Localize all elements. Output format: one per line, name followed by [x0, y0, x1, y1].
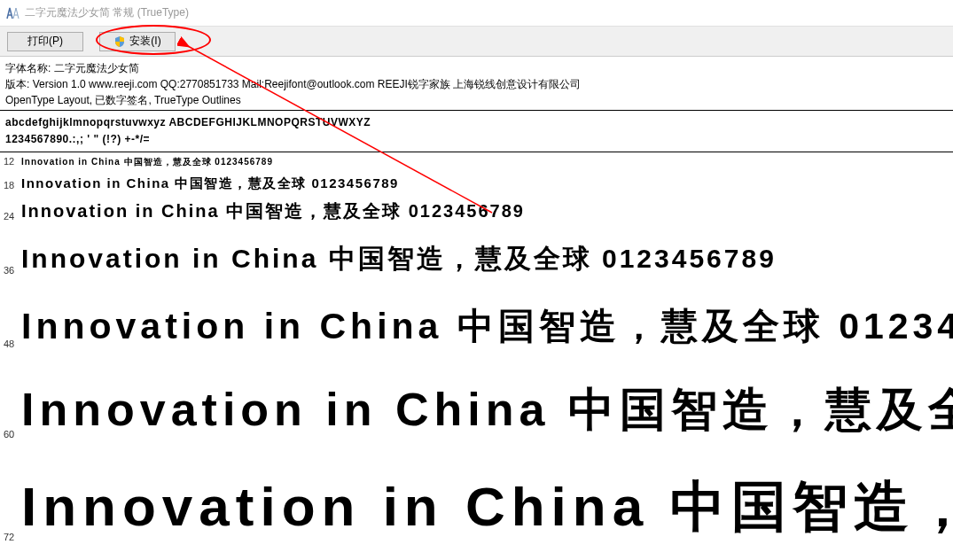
sample-text: Innovation in China 中国智造，慧及全球 0123456789	[21, 379, 953, 441]
font-name-value: 二字元魔法少女简	[54, 62, 139, 74]
size-label: 18	[4, 180, 21, 192]
charset-section: abcdefghijklmnopqrstuvwxyz ABCDEFGHIJKLM…	[0, 111, 953, 152]
sample-row: 24 Innovation in China 中国智造，慧及全球 0123456…	[0, 198, 953, 229]
sample-row: 72 Innovation in China 中国智造，慧及全球 0123456…	[0, 447, 953, 549]
sample-text: Innovation in China 中国智造，慧及全球 0123456789	[21, 302, 953, 351]
sample-list: 12 Innovation in China 中国智造，慧及全球 0123456…	[0, 152, 953, 551]
version-line: 版本: Version 1.0 www.reeji.com QQ:2770851…	[5, 76, 948, 92]
sample-row: 48 Innovation in China 中国智造，慧及全球 0123456…	[0, 283, 953, 356]
toolbar: 打印(P) 安装(I)	[0, 27, 953, 57]
size-label: 24	[4, 211, 21, 223]
charset-lowercase-uppercase: abcdefghijklmnopqrstuvwxyz ABCDEFGHIJKLM…	[5, 114, 948, 131]
sample-row: 36 Innovation in China 中国智造，慧及全球 0123456…	[0, 229, 953, 283]
app-icon	[5, 6, 20, 20]
size-label: 60	[4, 429, 21, 441]
tech-line: OpenType Layout, 已数字签名, TrueType Outline…	[5, 92, 948, 108]
font-name-label: 字体名称:	[5, 62, 51, 74]
sample-text: Innovation in China 中国智造，慧及全球 0123456789	[21, 470, 953, 544]
size-label: 48	[4, 338, 21, 351]
size-label: 72	[4, 532, 21, 544]
sample-text: Innovation in China 中国智造，慧及全球 0123456789	[21, 199, 525, 223]
sample-row: 18 Innovation in China 中国智造，慧及全球 0123456…	[0, 174, 953, 198]
sample-text: Innovation in China 中国智造，慧及全球 0123456789	[21, 175, 399, 192]
font-info: 字体名称: 二字元魔法少女简 版本: Version 1.0 www.reeji…	[0, 57, 953, 111]
shield-icon	[113, 35, 126, 48]
window-title: 二字元魔法少女简 常规 (TrueType)	[25, 5, 189, 20]
print-button[interactable]: 打印(P)	[7, 32, 83, 51]
titlebar: 二字元魔法少女简 常规 (TrueType)	[0, 0, 953, 27]
version-label: 版本:	[5, 78, 29, 90]
sample-row: 60 Innovation in China 中国智造，慧及全球 0123456…	[0, 356, 953, 447]
sample-text: Innovation in China 中国智造，慧及全球 0123456789	[21, 156, 273, 168]
sample-text: Innovation in China 中国智造，慧及全球 0123456789	[21, 241, 777, 277]
size-label: 12	[4, 156, 21, 168]
font-name-line: 字体名称: 二字元魔法少女简	[5, 60, 948, 76]
version-value: Version 1.0 www.reeji.com QQ:2770851733 …	[33, 78, 581, 90]
print-button-label: 打印(P)	[27, 34, 63, 49]
charset-numbers-symbols: 1234567890.:,; ' " (!?) +-*/=	[5, 131, 948, 148]
size-label: 36	[4, 265, 21, 277]
install-button[interactable]: 安装(I)	[99, 32, 176, 51]
install-button-label: 安装(I)	[129, 34, 160, 49]
sample-row: 12 Innovation in China 中国智造，慧及全球 0123456…	[0, 154, 953, 174]
